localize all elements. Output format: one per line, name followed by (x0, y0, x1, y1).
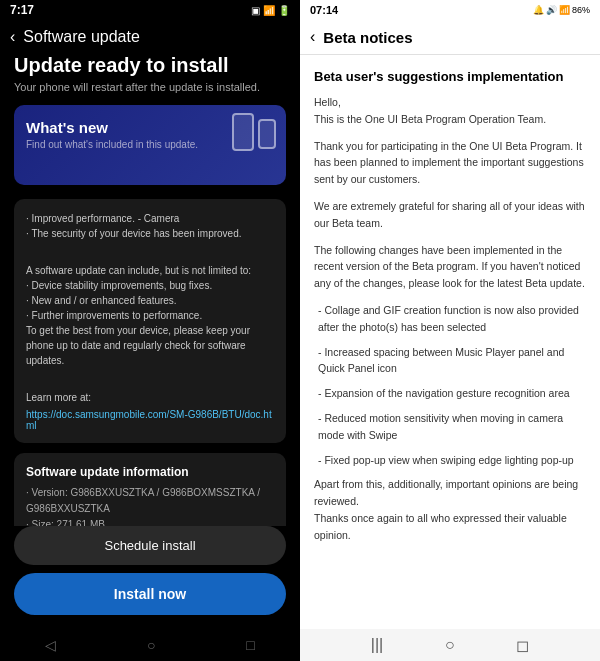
back-nav-icon[interactable]: ◁ (45, 637, 56, 653)
right-page-title: Beta notices (323, 29, 412, 46)
home-nav-icon[interactable]: ○ (147, 637, 155, 653)
battery-icon-right: 86% (572, 5, 590, 15)
update-ready-heading: Update ready to install (14, 54, 286, 77)
software-info-section: Software update information · Version: G… (14, 453, 286, 526)
left-scroll-content: Update ready to install Your phone will … (0, 54, 300, 526)
notification-icon: 🔔 (533, 5, 544, 15)
buttons-area: Schedule install Install now (0, 526, 300, 629)
back-nav-right[interactable]: ||| (371, 636, 383, 654)
info-text-2: A software update can include, but is no… (26, 263, 274, 368)
install-now-button[interactable]: Install now (14, 573, 286, 615)
beta-bullet-2: - Expansion of the navigation gesture re… (314, 385, 586, 402)
beta-main-title: Beta user's suggestions implementation (314, 69, 586, 84)
time-right: 07:14 (310, 4, 338, 16)
time-left: 7:17 (10, 3, 34, 17)
sound-icon: 🔊 (546, 5, 557, 15)
info-text-1: · Improved performance. - Camera · The s… (26, 211, 274, 241)
software-info-detail: · Version: G986BXXUSZTKA / G986BOXMSSZTK… (26, 485, 274, 526)
status-icons-left: ▣ 📶 🔋 (251, 5, 290, 16)
nav-bar-left: ◁ ○ □ (0, 629, 300, 661)
left-panel: 7:17 ▣ 📶 🔋 ‹ Software update Update read… (0, 0, 300, 661)
beta-para-3: The following changes have been implemen… (314, 242, 586, 292)
beta-bullet-0: - Collage and GIF creation function is n… (314, 302, 586, 336)
beta-para-0: Hello, This is the One UI Beta Program O… (314, 94, 586, 128)
phone-mockup (232, 113, 276, 151)
home-nav-right[interactable]: ○ (445, 636, 455, 654)
beta-closing: Apart from this, additionally, important… (314, 476, 586, 543)
phone-shape-2 (258, 119, 276, 149)
whats-new-card[interactable]: What's new Find out what's included in t… (14, 105, 286, 185)
nav-bar-right: ||| ○ ◻ (300, 629, 600, 661)
back-button-right[interactable]: ‹ (310, 28, 315, 46)
status-bar-right: 07:14 🔔 🔊 📶 86% (300, 0, 600, 20)
learn-more-label: Learn more at: (26, 390, 274, 405)
phone-shape-1 (232, 113, 254, 151)
back-button-left[interactable]: ‹ (10, 28, 15, 46)
beta-para-2: We are extremely grateful for sharing al… (314, 198, 586, 232)
software-info-title: Software update information (26, 465, 274, 479)
wifi-icon: 📶 (263, 5, 275, 16)
beta-bullet-3: - Reduced motion sensitivity when moving… (314, 410, 586, 444)
learn-more-link[interactable]: https://doc.samsungmobile.com/SM-G986B/B… (26, 409, 274, 431)
right-header: ‹ Beta notices (300, 20, 600, 55)
left-header: ‹ Software update (0, 20, 300, 54)
left-page-title: Software update (23, 28, 140, 46)
recents-nav-icon[interactable]: □ (246, 637, 254, 653)
recents-nav-right[interactable]: ◻ (516, 636, 529, 655)
battery-icon: 🔋 (278, 5, 290, 16)
beta-bullet-4: - Fixed pop-up view when swiping edge li… (314, 452, 586, 469)
status-bar-left: 7:17 ▣ 📶 🔋 (0, 0, 300, 20)
update-subtitle: Your phone will restart after the update… (14, 81, 286, 93)
info-section-1: · Improved performance. - Camera · The s… (14, 199, 286, 443)
beta-bullet-1: - Increased spacing between Music Player… (314, 344, 586, 378)
wifi-icon-right: 📶 (559, 5, 570, 15)
right-scroll-content: Beta user's suggestions implementation H… (300, 55, 600, 629)
signal-icon: ▣ (251, 5, 260, 16)
status-icons-right: 🔔 🔊 📶 86% (533, 5, 590, 15)
schedule-install-button[interactable]: Schedule install (14, 526, 286, 565)
right-panel: 07:14 🔔 🔊 📶 86% ‹ Beta notices Beta user… (300, 0, 600, 661)
beta-para-1: Thank you for participating in the One U… (314, 138, 586, 188)
